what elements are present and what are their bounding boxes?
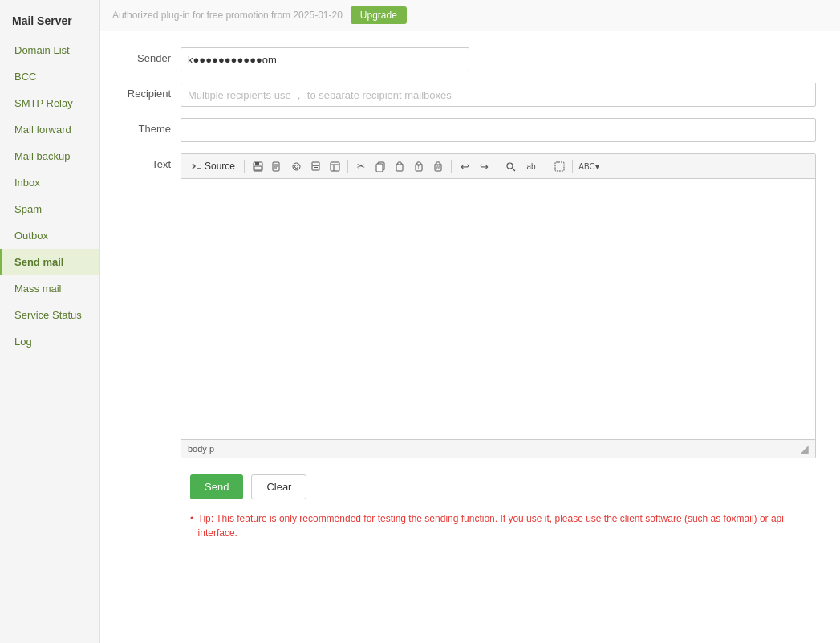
new-doc-icon — [272, 161, 282, 172]
tip-area: Tip: This feature is only recommended fo… — [124, 511, 816, 548]
theme-row: Theme — [124, 118, 816, 142]
editor-footer: body p ◢ — [181, 439, 815, 458]
sidebar: Mail Server Domain List BCC SMTP Relay M… — [0, 0, 100, 643]
undo-button[interactable]: ↩ — [456, 157, 473, 175]
sender-input[interactable] — [181, 47, 469, 71]
text-label: Text — [124, 153, 181, 170]
paste-word-button[interactable]: W — [429, 157, 447, 175]
sidebar-item-mass-mail[interactable]: Mass mail — [0, 275, 99, 302]
toolbar-divider-1 — [244, 160, 245, 173]
templates-icon — [330, 161, 340, 172]
print-icon — [310, 161, 321, 172]
source-button[interactable]: Source — [186, 159, 240, 173]
find-button[interactable] — [501, 157, 519, 175]
print-button[interactable] — [306, 157, 324, 175]
sidebar-item-spam[interactable]: Spam — [0, 196, 99, 222]
button-row: Send Clear — [124, 474, 816, 499]
sidebar-item-mail-forward[interactable]: Mail forward — [0, 116, 99, 143]
resize-handle[interactable]: ◢ — [800, 442, 809, 455]
sidebar-item-service-status[interactable]: Service Status — [0, 302, 99, 328]
svg-point-27 — [507, 163, 513, 169]
save-button[interactable] — [249, 157, 266, 175]
tip-text: Tip: This feature is only recommended fo… — [198, 511, 816, 540]
editor-container: Source — [181, 153, 816, 458]
recipient-label: Recipient — [124, 83, 181, 100]
svg-rect-10 — [312, 162, 319, 165]
replace-button[interactable]: ab — [521, 157, 542, 175]
sidebar-item-outbox[interactable]: Outbox — [0, 222, 99, 249]
sidebar-item-bcc[interactable]: BCC — [0, 63, 99, 90]
svg-rect-3 — [254, 166, 262, 170]
svg-rect-12 — [314, 167, 318, 168]
sidebar-item-domain-list[interactable]: Domain List — [0, 37, 99, 63]
svg-line-28 — [512, 168, 515, 171]
tip-bullet: Tip: This feature is only recommended fo… — [190, 511, 816, 540]
toolbar-divider-6 — [572, 160, 573, 173]
redo-button[interactable]: ↪ — [475, 157, 493, 175]
find-icon — [505, 161, 516, 172]
svg-rect-2 — [255, 162, 259, 165]
paste-word-icon: W — [433, 161, 444, 172]
sidebar-item-log[interactable]: Log — [0, 328, 99, 355]
svg-rect-14 — [331, 162, 339, 171]
svg-rect-20 — [398, 162, 401, 165]
new-doc-button[interactable] — [268, 157, 286, 175]
svg-rect-18 — [376, 164, 383, 172]
sidebar-item-smtp-relay[interactable]: SMTP Relay — [0, 90, 99, 116]
sidebar-item-mail-backup[interactable]: Mail backup — [0, 143, 99, 169]
clear-button[interactable]: Clear — [251, 474, 306, 499]
text-row: Text Source — [124, 153, 816, 458]
selectall-icon — [554, 161, 565, 172]
svg-rect-29 — [555, 162, 564, 171]
source-icon — [191, 161, 202, 172]
paste-button[interactable] — [391, 157, 408, 175]
theme-label: Theme — [124, 118, 181, 135]
upgrade-button[interactable]: Upgrade — [351, 6, 407, 24]
save-icon — [253, 161, 263, 172]
editor-toolbar: Source — [181, 154, 815, 179]
sidebar-item-send-mail[interactable]: Send mail — [0, 249, 99, 275]
toolbar-divider-3 — [451, 160, 452, 173]
form-area: Sender Recipient Theme Text — [100, 31, 840, 643]
toolbar-divider-4 — [497, 160, 497, 173]
preview-icon — [291, 161, 302, 172]
editor-body[interactable] — [181, 179, 815, 439]
svg-point-8 — [293, 163, 300, 170]
editor-tags: body p — [188, 444, 214, 454]
app-title: Mail Server — [0, 8, 99, 37]
banner-text: Authorized plug-in for free promotion fr… — [112, 10, 343, 21]
sidebar-item-inbox[interactable]: Inbox — [0, 169, 99, 196]
svg-text:W: W — [436, 165, 440, 169]
sender-label: Sender — [124, 47, 181, 64]
top-banner: Authorized plug-in for free promotion fr… — [100, 0, 840, 31]
copy-icon — [375, 161, 385, 172]
preview-button[interactable] — [287, 157, 305, 175]
copy-button[interactable] — [371, 157, 389, 175]
svg-point-9 — [294, 165, 298, 168]
svg-rect-13 — [314, 169, 316, 169]
cut-button[interactable]: ✂ — [352, 157, 370, 175]
paste-text-icon: T — [414, 161, 424, 172]
recipient-row: Recipient — [124, 83, 816, 107]
selectall-button[interactable] — [550, 157, 568, 175]
main-content: Authorized plug-in for free promotion fr… — [100, 0, 840, 643]
toolbar-divider-2 — [347, 160, 348, 173]
theme-input[interactable] — [181, 118, 816, 142]
svg-text:T: T — [417, 165, 420, 169]
toolbar-divider-5 — [546, 160, 546, 173]
send-button[interactable]: Send — [190, 474, 243, 499]
paste-text-button[interactable]: T — [410, 157, 428, 175]
templates-button[interactable] — [326, 157, 343, 175]
spellcheck-button[interactable]: ABC▾ — [577, 157, 601, 175]
sender-row: Sender — [124, 47, 816, 71]
recipient-input[interactable] — [181, 83, 816, 107]
paste-icon — [395, 161, 404, 172]
